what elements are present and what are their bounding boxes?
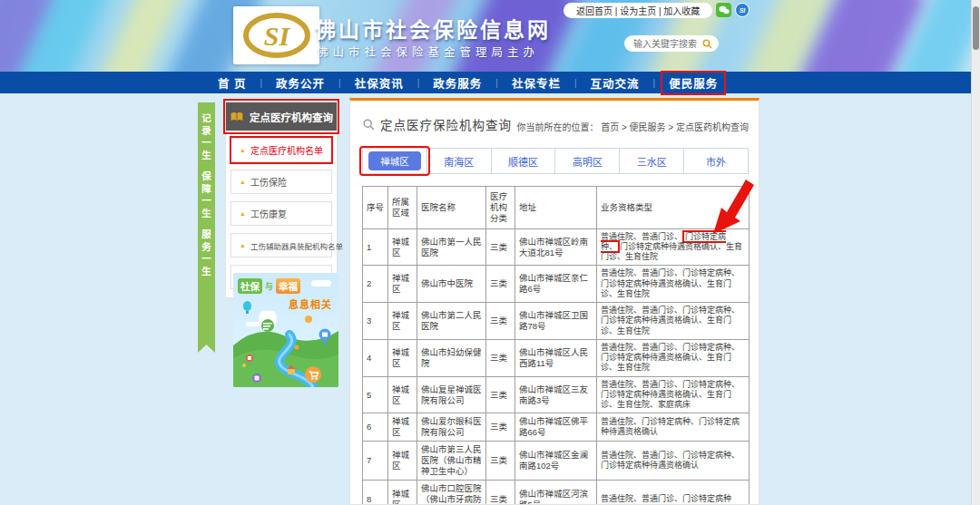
- quick-links[interactable]: 返回首页 | 设为主页 | 加入收藏: [564, 3, 712, 18]
- page-title: 定点医疗保险机构查询: [380, 115, 512, 133]
- sidebar-item-2[interactable]: ▲工伤康复: [230, 201, 332, 226]
- column-header: 地址: [515, 187, 597, 229]
- cell-address: 佛山市禅城区三友南路3号: [515, 376, 597, 413]
- institutions-table: 序号所属区域医院名称医疗机构分类地址业务资格类型 1禅城区佛山市第一人民医院三类…: [362, 186, 750, 505]
- promo-title: 社保 与 幸福: [238, 278, 300, 294]
- cell-category: 三类: [486, 442, 515, 481]
- nav-item-2[interactable]: 社保资讯: [355, 74, 404, 92]
- cell-hospital-name: 佛山市口腔医院（佛山市牙病防治指导中心）: [417, 480, 486, 505]
- cell-region: 禅城区: [388, 228, 417, 266]
- cell-business-types: 普通住院、普通门诊、门诊特定病种、门诊特定病种待遇资格确认: [597, 442, 750, 481]
- promo-illustration: [233, 311, 338, 387]
- cell-no: 8: [363, 480, 388, 505]
- cell-category: 三类: [486, 376, 515, 413]
- triangle-bullet-icon: ▲: [240, 242, 246, 248]
- nav-separator: |: [495, 78, 498, 88]
- sidebar-item-1[interactable]: ▲工伤保险: [230, 170, 332, 194]
- column-header: 医院名称: [417, 187, 486, 229]
- cell-region: 禅城区: [388, 480, 417, 505]
- cell-business-types: 普通住院、普通门诊、门诊特定病种: [597, 480, 750, 505]
- column-header: 所属区域: [388, 187, 417, 229]
- cell-address: 佛山市禅城区卫国路78号: [515, 303, 597, 340]
- annotation-box: [359, 146, 430, 176]
- cell-business-types: 普通住院、普通门诊、门诊特定病种、门诊特定病种待遇资格确认、生育门诊、生育住院: [597, 228, 750, 266]
- banner-decoration: [92, 0, 184, 72]
- balloon-illustration: [243, 301, 251, 311]
- active-tab-button[interactable]: 禅城区: [368, 151, 421, 170]
- nav-separator: |: [260, 78, 262, 88]
- cell-no: 5: [363, 376, 388, 413]
- tab-三水区[interactable]: 三水区: [620, 149, 684, 173]
- sidebar-item-label: 定点医疗机构名单: [250, 143, 323, 157]
- sidebar-menu: 定点医疗机构查询 ▲定点医疗机构名单▲工伤保险▲工伤康复▲工伤辅助器具装配机构名…: [225, 102, 338, 298]
- nav-item-6[interactable]: 便民服务: [669, 74, 718, 92]
- browser-scrollbar[interactable]: [971, 0, 980, 505]
- nav-item-5[interactable]: 互动交流: [591, 74, 640, 92]
- nav-item-1[interactable]: 政务公开: [276, 74, 325, 92]
- si-logo-emblem: SI: [241, 12, 312, 59]
- nav-bar-items: 首 页|政务公开|社保资讯|政务服务|社保专栏|互动交流|便民服务: [218, 74, 718, 92]
- table-row: 4禅城区佛山市妇幼保健院三类佛山市禅城区人民西路11号普通住院、普通门诊、门诊特…: [363, 339, 750, 376]
- nav-item-4[interactable]: 社保专栏: [512, 74, 561, 92]
- cell-category: 三类: [486, 480, 515, 505]
- cell-no: 4: [363, 339, 388, 376]
- si-badge-icon[interactable]: SI: [735, 3, 750, 17]
- cell-address: 佛山市禅城区佛平路66号: [515, 413, 597, 442]
- cell-no: 6: [363, 413, 388, 442]
- cell-business-types: 普通住院、普通门诊、门诊特定病种、门诊特定病种待遇资格确认、生育门诊、生育住院: [597, 266, 750, 303]
- main-nav: 首 页|政务公开|社保资讯|政务服务|社保专栏|互动交流|便民服务: [0, 72, 980, 93]
- cell-business-types: 普通住院、门诊特定病种、门诊特定病种待遇资格确认: [597, 413, 750, 442]
- tab-南海区[interactable]: 南海区: [427, 149, 492, 173]
- wechat-icon[interactable]: [716, 3, 731, 17]
- promo-conjunction: 与: [265, 280, 273, 292]
- cell-region: 禅城区: [388, 376, 417, 413]
- table-row: 7禅城区佛山市第三人民医院（佛山市精神卫生中心）三类佛山市禅城区金澜南路102号…: [363, 442, 750, 481]
- scrollbar-thumb[interactable]: [973, 6, 979, 50]
- promo-banner[interactable]: 社保 与 幸福 息息相关: [233, 273, 338, 387]
- nav-separator: |: [653, 78, 656, 88]
- sidebar-item-label: 工伤辅助器具装配机构名单: [250, 240, 343, 251]
- tab-高明区[interactable]: 高明区: [555, 149, 620, 173]
- tab-顺德区[interactable]: 顺德区: [492, 149, 556, 173]
- sidebar-item-0[interactable]: ▲定点医疗机构名单: [230, 138, 332, 162]
- cell-category: 三类: [486, 266, 515, 303]
- cell-no: 2: [363, 266, 388, 303]
- triangle-bullet-icon: ▲: [240, 179, 246, 185]
- cell-hospital-name: 佛山爱尔眼科医院有限公司: [417, 413, 486, 442]
- table-body: 1禅城区佛山市第一人民医院三类佛山市禅城区岭南大道北81号普通住院、普通门诊、门…: [363, 228, 750, 505]
- cell-address: 佛山市禅城区亲仁路6号: [515, 266, 597, 303]
- cell-hospital-name: 佛山市第三人民医院（佛山市精神卫生中心）: [417, 442, 486, 481]
- cell-address: 佛山市禅城区河滨路5号: [515, 480, 597, 505]
- cell-hospital-name: 佛山市第一人民医院: [417, 228, 486, 266]
- search-box[interactable]: [624, 35, 719, 52]
- cell-address: 佛山市禅城区金澜南路102号: [515, 442, 597, 481]
- search-input[interactable]: [633, 39, 702, 49]
- nav-item-0[interactable]: 首 页: [218, 74, 246, 92]
- sidebar-header-label: 定点医疗机构查询: [250, 110, 333, 124]
- tab-禅城区[interactable]: 禅城区: [363, 149, 427, 173]
- search-icon[interactable]: [702, 39, 712, 49]
- tab-市外[interactable]: 市外: [684, 149, 748, 173]
- cell-business-types: 普通住院、普通门诊、门诊特定病种、门诊特定病种待遇资格确认、生育门诊、生育住院: [597, 339, 750, 376]
- cell-hospital-name: 佛山市第二人民医院: [417, 303, 486, 340]
- promo-tag-shebao: 社保: [238, 278, 262, 294]
- sidebar-header[interactable]: 定点医疗机构查询: [226, 102, 337, 131]
- table-row: 1禅城区佛山市第一人民医院三类佛山市禅城区岭南大道北81号普通住院、普通门诊、门…: [363, 228, 750, 266]
- sidebar-item-label: 工伤保险: [250, 175, 287, 189]
- cell-hospital-name: 佛山市中医院: [417, 266, 486, 303]
- table-row: 5禅城区佛山复星禅诚医院有限公司三类佛山市禅城区三友南路3号普通住院、普通门诊、…: [363, 376, 750, 413]
- column-header: 序号: [363, 187, 388, 229]
- cell-no: 7: [363, 442, 388, 481]
- cell-business-types: 普通住院、普通门诊、门诊特定病种、门诊特定病种待遇资格确认、生育门诊、生育住院: [597, 303, 750, 340]
- nav-separator: |: [417, 78, 420, 88]
- nav-separator: |: [574, 78, 577, 88]
- district-tabs: 禅城区南海区顺德区高明区三水区市外: [362, 148, 749, 174]
- breadcrumb[interactable]: 你当前所在的位置： 首页 > 便民服务 > 定点医药机构查询: [516, 120, 749, 133]
- slogan-ribbon: 记录一生 保障一生 服务一生: [198, 102, 215, 353]
- column-header: 医疗机构分类: [486, 187, 515, 229]
- sidebar-item-3[interactable]: ▲工伤辅助器具装配机构名单: [230, 233, 332, 257]
- site-subtitle: 佛山市社会保险基金管理局主办: [317, 43, 539, 60]
- nav-separator: |: [338, 78, 341, 88]
- cell-hospital-name: 佛山复星禅诚医院有限公司: [417, 376, 486, 413]
- nav-item-3[interactable]: 政务服务: [433, 74, 482, 92]
